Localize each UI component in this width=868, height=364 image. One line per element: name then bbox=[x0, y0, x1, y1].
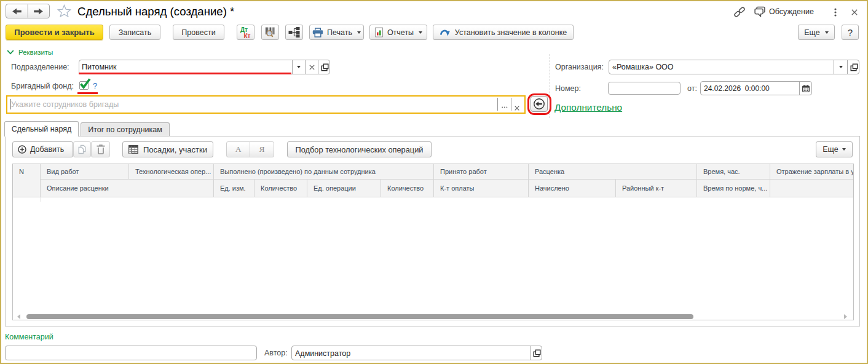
svg-text:Кт: Кт bbox=[244, 33, 251, 39]
